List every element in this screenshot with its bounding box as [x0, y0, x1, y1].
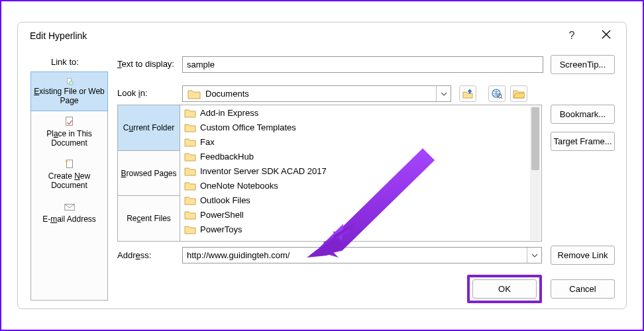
file-item[interactable]: PowerShell: [180, 207, 541, 222]
file-list[interactable]: Add-in ExpressCustom Office TemplatesFax…: [180, 105, 541, 241]
link-to-panel: Existing File or Web Page Place in This …: [30, 71, 108, 301]
file-item[interactable]: PowerToys: [180, 222, 541, 236]
file-item[interactable]: Outlook Files: [180, 193, 541, 207]
folder-up-icon: [462, 88, 474, 99]
look-in-combo[interactable]: Documents: [182, 85, 451, 102]
chevron-down-icon[interactable]: [527, 248, 541, 263]
scroll-thumb[interactable]: [531, 107, 539, 170]
address-label: Address:: [117, 250, 151, 260]
folder-icon: [187, 88, 201, 100]
up-one-level-button[interactable]: [459, 85, 476, 102]
file-item[interactable]: Inventor Server SDK ACAD 2017: [180, 164, 541, 178]
close-button[interactable]: [601, 29, 614, 42]
open-folder-icon: [513, 89, 525, 99]
remove-link-button[interactable]: Remove Link: [551, 246, 615, 265]
browse-panel: Current Folder Browsed Pages Recent File…: [117, 105, 542, 242]
browse-file-button[interactable]: [510, 85, 527, 102]
folder-icon: [184, 152, 196, 162]
folder-icon: [184, 108, 196, 118]
folder-icon: [184, 210, 196, 220]
globe-file-icon: [64, 77, 76, 85]
svg-point-1: [69, 81, 73, 85]
address-combo[interactable]: [182, 247, 542, 263]
text-to-display-label: Text to display:: [117, 59, 174, 69]
file-item[interactable]: Fax: [180, 134, 541, 149]
link-to-place-in-document[interactable]: Place in This Document: [31, 111, 107, 153]
file-item[interactable]: Custom Office Templates: [180, 120, 541, 134]
folder-icon: [184, 195, 196, 205]
folder-icon: [184, 122, 196, 132]
folder-icon: [184, 166, 196, 176]
document-place-icon: [64, 116, 76, 128]
bookmark-button[interactable]: Bookmark...: [551, 105, 615, 124]
link-to-email-address[interactable]: E-mail Address: [31, 195, 107, 230]
address-input[interactable]: [183, 248, 527, 263]
screentip-button[interactable]: ScreenTip...: [551, 55, 615, 74]
tab-current-folder[interactable]: Current Folder: [118, 105, 180, 151]
file-item[interactable]: OneNote Notebooks: [180, 178, 541, 193]
text-to-display-input[interactable]: [182, 56, 543, 73]
file-item[interactable]: Add-in Express: [180, 105, 541, 120]
folder-icon: [184, 181, 196, 191]
folder-icon: [184, 224, 196, 234]
edit-hyperlink-dialog: Edit Hyperlink ? Link to: Existing File …: [17, 22, 627, 309]
globe-search-icon: [491, 88, 503, 99]
new-document-icon: [64, 158, 76, 170]
email-icon: [64, 201, 76, 213]
cancel-button[interactable]: Cancel: [551, 279, 615, 299]
dialog-title: Edit Hyperlink: [30, 30, 87, 41]
folder-icon: [184, 137, 196, 147]
tab-browsed-pages[interactable]: Browsed Pages: [118, 151, 180, 197]
titlebar: Edit Hyperlink ?: [18, 23, 626, 49]
close-icon: [601, 29, 612, 40]
chevron-down-icon[interactable]: [436, 86, 451, 101]
file-item[interactable]: FeedbackHub: [180, 149, 541, 164]
scrollbar[interactable]: [530, 106, 541, 240]
link-to-create-new-document[interactable]: Create New Document: [31, 153, 107, 195]
target-frame-button[interactable]: Target Frame...: [551, 132, 615, 151]
link-to-label: Link to:: [51, 57, 79, 67]
tab-recent-files[interactable]: Recent Files: [118, 196, 180, 241]
browse-web-button[interactable]: [488, 85, 506, 102]
ok-button[interactable]: OK: [472, 279, 537, 299]
help-button[interactable]: ?: [564, 28, 580, 44]
look-in-label: Look in:: [117, 88, 148, 98]
link-to-existing-file[interactable]: Existing File or Web Page: [30, 71, 108, 111]
